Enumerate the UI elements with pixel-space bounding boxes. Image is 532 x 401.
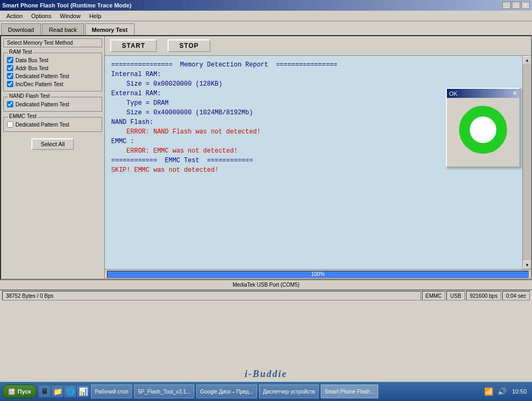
menu-options[interactable]: Options (27, 12, 56, 20)
taskbar-btn-spflash[interactable]: Smart Phone Flash... (321, 385, 378, 398)
addr-bus-test-item: Addr Bus Test (7, 65, 98, 71)
tab-download[interactable]: Download (1, 23, 41, 35)
taskbar-quick-icons: 🖥 📁 🌐 📊 (39, 386, 89, 397)
addr-bus-test-checkbox[interactable] (7, 65, 13, 71)
dedicated-pattern-test-checkbox-ram[interactable] (7, 73, 13, 79)
status-bar: 38752 Bytes / 0 Bps EMMC USB 921600 bps … (0, 289, 532, 301)
start-label: Пуск (18, 388, 31, 395)
data-bus-test-item: Data Bus Test (7, 57, 98, 63)
mediatek-bar: MediaTek USB Port (COM5) (0, 280, 532, 289)
tab-memorytest[interactable]: Memory Test (85, 23, 135, 35)
output-line-1: ================ Memory Detection Report… (111, 60, 525, 70)
status-bytes: 38752 Bytes / 0 Bps (2, 291, 421, 300)
scroll-up-arrow[interactable]: ▲ (523, 56, 531, 64)
ok-dialog: OK ✕ (446, 88, 520, 168)
output-line-3: Internal RAM: (111, 70, 525, 79)
start-menu-button[interactable]: 🪟 Пуск (2, 385, 37, 398)
output-area[interactable]: ================ Memory Detection Report… (105, 56, 531, 269)
maximize-button[interactable]: □ (512, 2, 520, 9)
ok-dialog-close-icon[interactable]: ✕ (512, 90, 517, 97)
taskbar-icon-1[interactable]: 🖥 (39, 386, 51, 397)
ram-test-title: RAM Test (8, 49, 33, 55)
taskbar-btn-devmgr[interactable]: Диспетчер устройств (259, 385, 319, 398)
brand-label: i-Buddie (245, 369, 287, 380)
status-connection: USB (446, 291, 465, 300)
data-bus-test-label: Data Bus Test (15, 57, 48, 63)
taskbar-btn-desktop[interactable]: Рабочий стол (91, 385, 132, 398)
dedicated-pattern-test-item-ram: Dedicated Pattern Test (7, 73, 98, 79)
nand-flash-test-title: NAND Flash Test (8, 93, 51, 99)
dedicated-pattern-test-checkbox-emmc[interactable] (7, 121, 13, 128)
status-time: 0:04 sec (502, 291, 530, 300)
dedicated-pattern-test-label-ram: Dedicated Pattern Test (15, 73, 69, 79)
taskbar: 🪟 Пуск 🖥 📁 🌐 📊 Рабочий стол 5P_Flash_Too… (0, 382, 532, 401)
progress-area: 100% (105, 269, 531, 279)
emmc-test-title: EMMC Test (8, 113, 38, 119)
taskbar-icon-3[interactable]: 🌐 (64, 386, 76, 397)
ok-dialog-body (447, 98, 519, 162)
status-baud: 921600 bps (466, 291, 501, 300)
taskbar-icon-4[interactable]: 📊 (77, 386, 89, 397)
toolbar-area: START STOP (105, 36, 531, 56)
mediatek-text: MediaTek USB Port (COM5) (232, 282, 300, 288)
tab-readback[interactable]: Read back (42, 23, 84, 35)
tabs-bar: Download Read back Memory Test (0, 21, 532, 35)
scroll-track[interactable] (523, 64, 531, 261)
output-scrollbar[interactable]: ▲ ▼ (522, 56, 531, 269)
nand-flash-test-group: NAND Flash Test Dedicated Pattern Test (3, 97, 102, 112)
menu-action[interactable]: Action (2, 12, 27, 20)
data-bus-test-checkbox[interactable] (7, 57, 13, 63)
progress-label: 100% (311, 271, 325, 277)
ok-dialog-title-text: OK (449, 90, 458, 97)
taskbar-clock: 10:50 (509, 387, 530, 396)
minimize-button[interactable]: _ (502, 2, 511, 9)
start-button[interactable]: START (110, 39, 157, 52)
incdec-pattern-test-label: Inc/Dec Pattern Test (15, 81, 63, 87)
progress-bar-outer: 100% (107, 271, 529, 278)
status-type: EMMC (422, 291, 446, 300)
taskbar-icon-2[interactable]: 📁 (52, 386, 63, 397)
dedicated-pattern-test-checkbox-nand[interactable] (7, 101, 13, 107)
taskbar-btn-drive[interactable]: Google Диск – Пред... (196, 385, 257, 398)
ram-test-group: RAM Test Data Bus Test Addr Bus Test Ded… (3, 53, 102, 91)
incdec-pattern-test-item: Inc/Dec Pattern Test (7, 81, 98, 87)
laptop-bezel: Smart Phone Flash Tool (Runtime Trace Mo… (0, 0, 532, 401)
dedicated-pattern-test-label-nand: Dedicated Pattern Test (15, 102, 69, 107)
close-button[interactable]: ✕ (521, 2, 530, 9)
window-title: Smart Phone Flash Tool (Runtime Trace Mo… (2, 2, 502, 9)
svg-point-2 (473, 120, 493, 139)
title-bar-buttons: _ □ ✕ (502, 2, 530, 9)
right-panel: START STOP ================ Memory Detec… (105, 36, 531, 279)
left-panel: Select Memory Test Method RAM Test Data … (1, 36, 105, 279)
start-icon: 🪟 (8, 388, 15, 395)
scroll-down-arrow[interactable]: ▼ (523, 261, 531, 269)
dedicated-pattern-test-item-emmc: Dedicated Pattern Test (7, 121, 98, 128)
main-content: Select Memory Test Method RAM Test Data … (0, 35, 532, 280)
progress-bar-inner: 100% (107, 271, 528, 278)
ok-dialog-title: OK ✕ (447, 89, 519, 98)
taskbar-sys-icons: 📶 🔊 (484, 387, 506, 396)
addr-bus-test-label: Addr Bus Test (15, 65, 48, 71)
select-all-button[interactable]: Select All (31, 138, 74, 150)
section-label: Select Memory Test Method (3, 38, 102, 47)
dedicated-pattern-test-label-emmc: Dedicated Pattern Test (15, 122, 69, 128)
menu-window[interactable]: Window (56, 12, 85, 20)
menu-help[interactable]: Help (85, 12, 106, 20)
emmc-test-group: EMMC Test Dedicated Pattern Test (3, 117, 102, 132)
donut-chart (459, 106, 507, 154)
menu-bar: Action Options Window Help (0, 11, 532, 21)
dedicated-pattern-test-item-nand: Dedicated Pattern Test (7, 101, 98, 107)
incdec-pattern-test-checkbox[interactable] (7, 81, 13, 87)
title-bar: Smart Phone Flash Tool (Runtime Trace Mo… (0, 0, 532, 11)
taskbar-btn-flash[interactable]: 5P_Flash_Tool_v3.1... (134, 385, 194, 398)
stop-button[interactable]: STOP (168, 39, 210, 52)
taskbar-right: 📶 🔊 10:50 (484, 387, 530, 396)
